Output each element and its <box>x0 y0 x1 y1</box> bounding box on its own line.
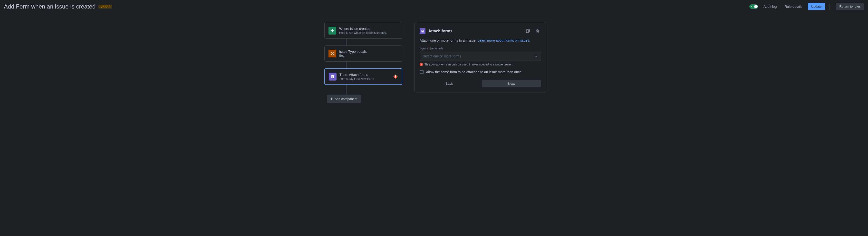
check-icon: ✓ <box>750 5 752 8</box>
forms-select[interactable]: Select one or more forms <box>420 52 541 61</box>
panel-description: Attach one or more forms to an issue. Le… <box>420 38 541 42</box>
learn-more-link[interactable]: Learn more about forms on issues. <box>477 38 530 42</box>
required-asterisk: * <box>428 47 430 50</box>
action-subtitle: Forms: My First New Form <box>339 77 390 80</box>
copy-icon[interactable] <box>524 28 531 35</box>
rule-details-link[interactable]: Rule details <box>784 5 802 8</box>
action-text: Then: Attach forms Forms: My First New F… <box>339 73 390 80</box>
details-panel: Attach forms Attach one or more forms to… <box>414 23 546 93</box>
panel-footer: Back Next <box>420 80 541 87</box>
action-card[interactable]: Then: Attach forms Forms: My First New F… <box>324 68 402 85</box>
allow-duplicate-row: Allow the same form to be attached to an… <box>420 70 541 74</box>
forms-field-label: Forms * (required) <box>420 47 541 50</box>
trigger-card[interactable]: When: Issue created Rule is run when an … <box>324 23 402 39</box>
action-title: Then: Attach forms <box>339 73 390 77</box>
next-button[interactable]: Next <box>482 80 541 87</box>
main-content: When: Issue created Rule is run when an … <box>0 13 868 113</box>
shuffle-icon <box>329 49 336 58</box>
required-hint: (required) <box>430 47 443 50</box>
add-component-button[interactable]: + Add component <box>327 95 361 103</box>
return-to-rules-button[interactable]: Return to rules <box>836 3 864 10</box>
allow-duplicate-checkbox[interactable] <box>420 70 424 74</box>
trigger-text: When: Issue created Rule is run when an … <box>339 27 398 35</box>
error-icon <box>393 74 398 79</box>
add-component-label: Add component <box>335 97 357 101</box>
plus-icon: + <box>331 97 333 101</box>
rule-flow-column: When: Issue created Rule is run when an … <box>322 23 405 103</box>
delete-icon[interactable] <box>534 28 541 35</box>
trigger-subtitle: Rule is run when an issue is created. <box>339 31 398 35</box>
condition-title: Issue Type equals <box>339 49 398 54</box>
panel-header: Attach forms <box>420 28 541 35</box>
page-icon <box>420 28 426 34</box>
connector <box>346 62 346 68</box>
rule-title: Add Form when an issue is created <box>4 3 95 10</box>
svg-rect-2 <box>526 30 529 33</box>
trigger-title: When: Issue created <box>339 27 398 31</box>
condition-card[interactable]: Issue Type equals Bug <box>324 45 402 62</box>
error-text: This component can only be used in rules… <box>425 63 513 66</box>
chevron-down-icon <box>534 55 538 58</box>
condition-subtitle: Bug <box>339 54 398 58</box>
toggle-knob <box>754 5 757 8</box>
connector <box>346 39 346 45</box>
back-button[interactable]: Back <box>420 80 479 87</box>
desc-text: Attach one or more forms to an issue. <box>420 38 477 42</box>
checkbox-label: Allow the same form to be attached to an… <box>426 70 522 74</box>
condition-text: Issue Type equals Bug <box>339 49 398 58</box>
plus-icon <box>329 27 336 35</box>
update-button[interactable]: Update <box>808 3 825 10</box>
error-icon: ! <box>420 63 423 66</box>
select-placeholder: Select one or more forms <box>423 54 461 58</box>
error-message: ! This component can only be used in rul… <box>420 63 541 66</box>
draft-badge: DRAFT <box>98 5 112 8</box>
audit-log-link[interactable]: Audit log <box>764 5 777 8</box>
connector <box>346 85 346 95</box>
page-icon <box>329 73 337 80</box>
panel-title: Attach forms <box>428 29 522 33</box>
page-header: Add Form when an issue is created DRAFT … <box>0 0 868 13</box>
label-text: Forms <box>420 47 428 50</box>
rule-enabled-toggle[interactable]: ✓ <box>749 4 758 9</box>
